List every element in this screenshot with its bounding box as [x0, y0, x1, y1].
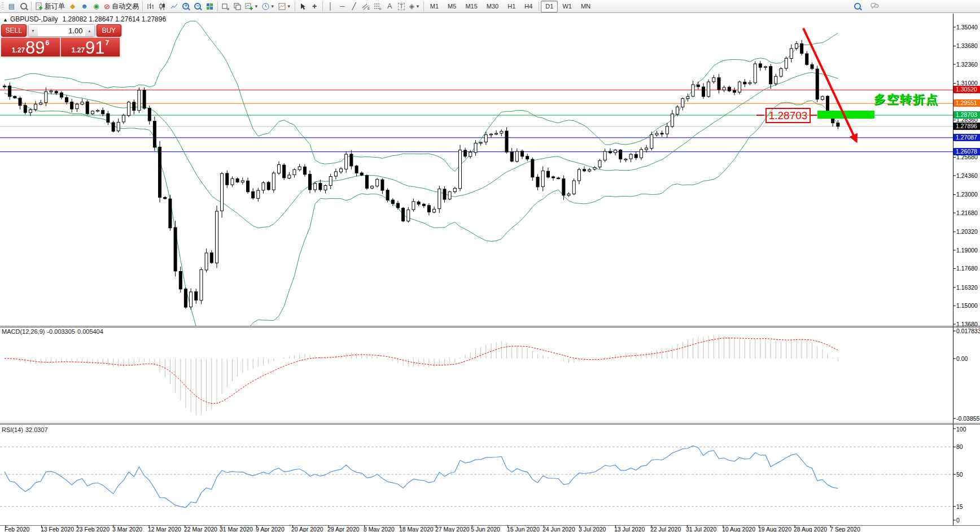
tile-windows-button[interactable]	[204, 1, 216, 12]
text-tool-button[interactable]: A	[384, 1, 396, 12]
sell-price-prefix: 1.27	[12, 45, 25, 56]
period-button[interactable]: ▼	[260, 1, 277, 12]
clock-icon	[262, 3, 269, 10]
date-axis-label: 24 Jun 2020	[542, 526, 575, 532]
fibonacci-icon: F	[374, 3, 382, 10]
timeframe-button-MN[interactable]: MN	[576, 1, 595, 12]
date-axis-label: 22 Jul 2020	[650, 526, 681, 532]
sell-price-sup: 6	[46, 39, 50, 47]
date-axis-label: 20 Apr 2020	[291, 526, 323, 532]
sell-price-display[interactable]: 1.27896	[1, 38, 60, 56]
buy-price-display[interactable]: 1.27917	[61, 38, 120, 56]
new-order-button[interactable]: 新订单	[33, 1, 67, 12]
support-price-label[interactable]: 1.28703	[765, 108, 811, 123]
fibonacci-tool-button[interactable]: F	[372, 1, 384, 12]
candlestick-mode-button[interactable]	[156, 1, 168, 12]
volume-increase-button[interactable]: ▲	[85, 25, 94, 36]
price-tick-label: 1.24360	[956, 172, 978, 179]
date-axis-label: 28 Aug 2020	[794, 526, 827, 532]
zoom-in-icon: +	[182, 3, 189, 10]
rsi-axis-label: 80	[956, 443, 963, 450]
tile-windows-icon	[206, 3, 213, 10]
sell-button[interactable]: SELL	[1, 24, 27, 37]
search-icon	[854, 3, 861, 10]
date-axis-label: 8 May 2020	[364, 526, 395, 532]
trendline-tool-button[interactable]: ╱	[348, 1, 360, 12]
sell-price-main: 89	[25, 40, 45, 56]
buy-button[interactable]: BUY	[97, 24, 122, 37]
text-icon: A	[387, 2, 392, 10]
main-toolbar: ▤ 新订单 ◆ ☻ ◉ ⊘ 自动交易 + − ▼ ▼ ▼ + │ ─ ╱ E	[0, 0, 980, 13]
price-tick-label: 1.33680	[956, 42, 978, 49]
price-badge: 1.26078	[953, 148, 980, 155]
volume-decrease-button[interactable]: ▼	[29, 25, 38, 36]
crosshair-tool-button[interactable]: +	[309, 1, 321, 12]
date-axis-label: 18 May 2020	[399, 526, 434, 532]
ohlc-values: 1.28082 1.28647 1.27614 1.27896	[63, 15, 167, 23]
broadcast-icon: ◉	[93, 2, 99, 10]
timeframe-button-M1[interactable]: M1	[426, 1, 443, 12]
price-badge: 1.28703	[953, 111, 980, 119]
zoom-out-button[interactable]: −	[192, 1, 204, 12]
auto-trading-button[interactable]: ⊘ 自动交易	[102, 1, 141, 12]
cascade-windows-button[interactable]	[231, 1, 243, 12]
bar-chart-mode-button[interactable]	[145, 1, 156, 12]
market-watch-button[interactable]	[18, 1, 29, 12]
timeframe-button-H4[interactable]: H4	[520, 1, 537, 12]
search-button[interactable]	[851, 1, 863, 11]
one-click-trading-panel: SELL ▼ ▲ BUY 1.27896 1.27917	[1, 24, 121, 56]
template-button[interactable]: ▼	[277, 1, 293, 12]
timeframe-button-D1[interactable]: D1	[541, 1, 558, 12]
timeframe-button-W1[interactable]: W1	[558, 1, 576, 12]
candlestick-icon	[159, 3, 166, 10]
crosshair-icon: +	[312, 2, 317, 11]
timeframe-button-H1[interactable]: H1	[503, 1, 520, 12]
cursor-tool-button[interactable]	[297, 1, 309, 12]
chat-button[interactable]	[869, 1, 881, 11]
template-icon	[278, 3, 286, 10]
date-axis-label: Feb 2020	[5, 526, 29, 532]
channel-tool-button[interactable]: E	[360, 1, 372, 12]
svg-text:E: E	[368, 7, 370, 10]
favorites-button[interactable]: ◆	[67, 1, 78, 12]
date-axis-label: 19 Aug 2020	[758, 526, 791, 532]
main-price-panel	[0, 21, 953, 352]
shapes-tool-button[interactable]: ◈▼	[408, 1, 422, 12]
date-axis-label: 5 Jun 2020	[471, 526, 500, 532]
volume-input[interactable]	[38, 25, 85, 36]
chart-canvas[interactable]	[0, 0, 980, 532]
arrange-windows-icon	[222, 3, 229, 10]
price-tick-label: 1.20320	[956, 228, 978, 235]
community-button[interactable]: ☻	[78, 1, 90, 12]
price-tick-label: 1.17680	[956, 265, 978, 272]
price-tick-label: 1.21680	[956, 210, 978, 216]
timeframe-button-M5[interactable]: M5	[443, 1, 461, 12]
timeframe-button-M15[interactable]: M15	[461, 1, 482, 12]
date-axis-label: 31 Jul 2020	[686, 526, 716, 532]
rsi-axis-label: 100	[956, 426, 966, 433]
vertical-line-tool-button[interactable]: │	[325, 1, 336, 12]
journal-button[interactable]: ▤	[6, 1, 18, 12]
date-axis-label: 12 Mar 2020	[148, 526, 181, 532]
line-chart-icon	[170, 3, 178, 10]
collapse-arrow-icon[interactable]: ▲	[3, 17, 8, 23]
arrange-windows-button[interactable]	[220, 1, 231, 12]
price-tick-label: 1.19000	[956, 247, 978, 254]
turning-point-annotation[interactable]: 多空转折点	[874, 91, 939, 107]
date-axis-label: 23 Feb 2020	[76, 526, 110, 532]
arrows-icon: ◈	[409, 2, 414, 10]
line-chart-mode-button[interactable]	[168, 1, 180, 12]
timeframe-button-M30[interactable]: M30	[482, 1, 503, 12]
date-axis-label: 10 Aug 2020	[722, 526, 755, 532]
date-axis-label: 31 Mar 2020	[220, 526, 253, 532]
new-chart-button[interactable]: ▼	[243, 1, 260, 12]
horizontal-line-tool-button[interactable]: ─	[336, 1, 348, 12]
new-chart-icon	[245, 3, 253, 10]
zoom-in-button[interactable]: +	[180, 1, 192, 12]
chat-icon	[870, 2, 879, 10]
macd-axis-label: -0.038559	[956, 415, 980, 422]
signals-button[interactable]: ◉	[90, 1, 102, 12]
date-axis-label: 7 Sep 2020	[830, 526, 860, 532]
buy-price-main: 91	[85, 40, 104, 56]
label-tool-button[interactable]: T	[396, 1, 408, 12]
